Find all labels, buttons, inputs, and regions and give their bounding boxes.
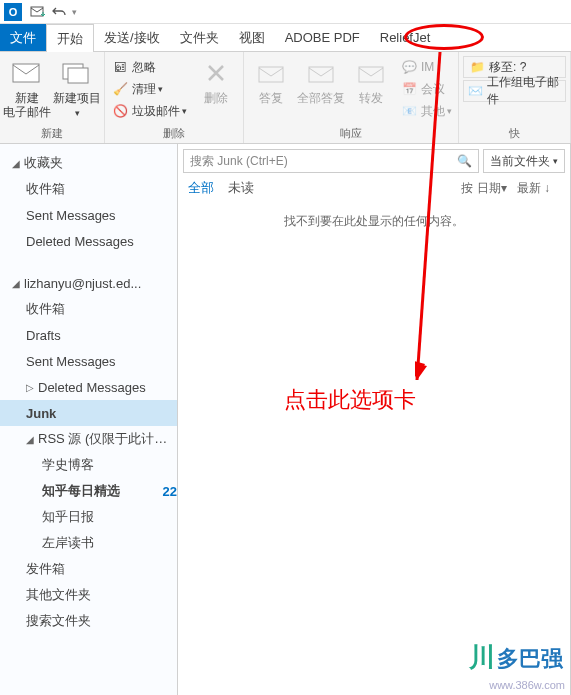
titlebar: O ▾ (0, 0, 571, 24)
nav-deleted[interactable]: ▷Deleted Messages (0, 374, 177, 400)
filter-all[interactable]: 全部 (188, 179, 214, 197)
nav-junk[interactable]: Junk (0, 400, 177, 426)
filter-unread[interactable]: 未读 (228, 179, 254, 197)
nav-rss-3[interactable]: 知乎日报 (0, 504, 177, 530)
reply-icon (255, 57, 287, 89)
more-icon: 📧 (400, 102, 418, 120)
new-item-button[interactable]: 新建项目▾ (52, 54, 102, 124)
new-email-icon (11, 57, 43, 89)
team-mail-button[interactable]: ✉️工作组电子邮件 (463, 80, 566, 102)
forward-button[interactable]: 转发 (346, 54, 396, 124)
ignore-button[interactable]: 🗟忽略 (111, 56, 187, 78)
outlook-icon: O (4, 3, 22, 21)
nav-outbox[interactable]: 发件箱 (0, 556, 177, 582)
search-scope-button[interactable]: 当前文件夹 ▾ (483, 149, 565, 173)
qat-undo-icon[interactable] (49, 3, 69, 21)
search-icon[interactable]: 🔍 (457, 154, 472, 168)
ribbon-group-delete: 🗟忽略 🧹清理 ▾ 🚫垃圾邮件 ▾ 删除 删除 (105, 52, 244, 143)
tab-view[interactable]: 视图 (229, 24, 275, 51)
tab-sendreceive[interactable]: 发送/接收 (94, 24, 170, 51)
nav-favorites[interactable]: ◢收藏夹 (0, 150, 177, 176)
tab-adobepdf[interactable]: ADOBE PDF (275, 24, 370, 51)
collapse-icon: ◢ (12, 278, 24, 289)
ribbon-group-new: 新建 电子邮件 新建项目▾ 新建 (0, 52, 105, 143)
forward-icon (355, 57, 387, 89)
search-input[interactable]: 搜索 Junk (Ctrl+E) 🔍 (183, 149, 479, 173)
nav-inbox[interactable]: 收件箱 (0, 296, 177, 322)
newest-button[interactable]: 最新 ↓ (517, 180, 550, 197)
more-respond-button[interactable]: 📧其他 ▾ (400, 100, 452, 122)
new-item-icon (61, 57, 93, 89)
team-mail-icon: ✉️ (468, 82, 484, 100)
nav-sent[interactable]: Sent Messages (0, 348, 177, 374)
svg-rect-5 (309, 67, 333, 82)
collapse-icon: ◢ (26, 434, 38, 445)
moveto-icon: 📁 (468, 58, 486, 76)
junk-button[interactable]: 🚫垃圾邮件 ▾ (111, 100, 187, 122)
nav-fav-sent[interactable]: Sent Messages (0, 202, 177, 228)
collapse-icon: ◢ (12, 158, 24, 169)
nav-rss-4[interactable]: 左岸读书 (0, 530, 177, 556)
nav-rss-2[interactable]: 知乎每日精选22 (0, 478, 177, 504)
content-area: ◢收藏夹 收件箱 Sent Messages Deleted Messages … (0, 144, 571, 695)
svg-rect-3 (68, 68, 88, 83)
nav-account[interactable]: ◢lizhanyu@njust.ed... (0, 270, 177, 296)
nav-rss[interactable]: ◢RSS 源 (仅限于此计算... (0, 426, 177, 452)
tab-folder[interactable]: 文件夹 (170, 24, 229, 51)
tab-file[interactable]: 文件 (0, 24, 46, 51)
reply-button[interactable]: 答复 (246, 54, 296, 124)
ribbon-tabs: 文件 开始 发送/接收 文件夹 视图 ADOBE PDF ReliefJet (0, 24, 571, 52)
meeting-icon: 📅 (400, 80, 418, 98)
nav-searchfolders[interactable]: 搜索文件夹 (0, 608, 177, 634)
svg-rect-6 (359, 67, 383, 82)
list-pane: 搜索 Junk (Ctrl+E) 🔍 当前文件夹 ▾ 全部 未读 按 日期▾ 最… (178, 144, 571, 695)
ribbon-group-respond: 答复 全部答复 转发 💬IM 📅会议 📧其他 ▾ 响应 (244, 52, 459, 143)
new-email-button[interactable]: 新建 电子邮件 (2, 54, 52, 124)
nav-drafts[interactable]: Drafts (0, 322, 177, 348)
svg-rect-1 (13, 64, 39, 82)
svg-rect-4 (259, 67, 283, 82)
cleanup-icon: 🧹 (111, 80, 129, 98)
watermark-url: www.386w.com (489, 679, 565, 691)
im-icon: 💬 (400, 58, 418, 76)
tab-home[interactable]: 开始 (46, 24, 94, 52)
delete-icon (200, 57, 232, 89)
filter-row: 全部 未读 按 日期▾ 最新 ↓ (178, 173, 570, 203)
ribbon-group-quicksteps: 📁移至: ? ✉️工作组电子邮件 快 (459, 52, 571, 143)
reply-all-button[interactable]: 全部答复 (296, 54, 346, 124)
empty-message: 找不到要在此处显示的任何内容。 (178, 213, 570, 230)
nav-fav-inbox[interactable]: 收件箱 (0, 176, 177, 202)
sort-button[interactable]: 按 日期▾ (461, 180, 506, 197)
qat-sendreceive-icon[interactable] (27, 3, 47, 21)
cleanup-button[interactable]: 🧹清理 ▾ (111, 78, 187, 100)
reply-all-icon (305, 57, 337, 89)
ignore-icon: 🗟 (111, 58, 129, 76)
nav-fav-deleted[interactable]: Deleted Messages (0, 228, 177, 254)
search-placeholder: 搜索 Junk (Ctrl+E) (190, 153, 288, 170)
tab-reliefjet[interactable]: ReliefJet (370, 24, 441, 51)
junk-icon: 🚫 (111, 102, 129, 120)
im-button[interactable]: 💬IM (400, 56, 452, 78)
nav-other[interactable]: 其他文件夹 (0, 582, 177, 608)
qat-customize-icon[interactable]: ▾ (72, 7, 77, 17)
watermark-logo: 川多巴强 (469, 640, 563, 675)
nav-pane: ◢收藏夹 收件箱 Sent Messages Deleted Messages … (0, 144, 178, 695)
delete-button[interactable]: 删除 (191, 54, 241, 124)
ribbon-content: 新建 电子邮件 新建项目▾ 新建 🗟忽略 🧹清理 ▾ 🚫垃圾邮件 ▾ 删除 删除 (0, 52, 571, 144)
meeting-button[interactable]: 📅会议 (400, 78, 452, 100)
expand-icon: ▷ (26, 382, 38, 393)
nav-rss-1[interactable]: 学史博客 (0, 452, 177, 478)
